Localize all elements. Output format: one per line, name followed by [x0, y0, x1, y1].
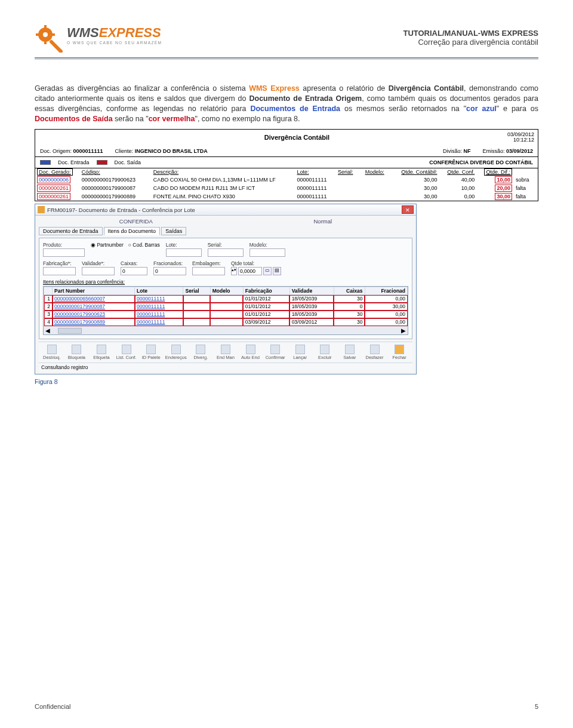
close-icon[interactable]: ✕ — [402, 205, 414, 214]
svg-point-1 — [43, 32, 48, 37]
grid-col-header[interactable]: Lote — [135, 287, 183, 295]
radio-codbarras[interactable]: ○ Cod. Barras — [128, 242, 160, 248]
grid-col-header[interactable]: Part Number — [53, 287, 135, 295]
diverg.-icon — [196, 345, 205, 354]
toolbtn-fechar[interactable]: Fechar — [387, 345, 411, 360]
logo-wms-text: WMS — [67, 25, 99, 41]
toolbtn-lançar[interactable]: Lançar — [288, 345, 312, 360]
toolbtn-diverg-[interactable]: Diverg. — [189, 345, 213, 360]
desfazer-icon — [370, 345, 380, 354]
list. conf.-icon — [122, 345, 131, 354]
report-emissao: 03/09/2012 — [506, 148, 533, 154]
toolbtn-etiqueta[interactable]: Etiqueta — [90, 345, 113, 360]
report-table: Doc. Gerado: Código: Descrição: Lote: Se… — [35, 168, 538, 201]
header-subtitle: Correção para divergência contábil — [403, 38, 538, 47]
grid-row[interactable]: 4000000000179900889000001111103/09/20120… — [44, 318, 408, 326]
toolbar: Desbloq.BloqueiaEtiquetaList. Conf.ID Pa… — [39, 342, 412, 363]
grid-col-header[interactable] — [44, 287, 53, 295]
grid-col-header[interactable]: Serial — [183, 287, 210, 295]
grid-row[interactable]: 3000000000179900623000001111101/01/20121… — [44, 311, 408, 318]
btn-a-icon[interactable]: ▭ — [263, 267, 272, 275]
excluir-icon — [320, 345, 329, 354]
svg-rect-2 — [44, 25, 47, 29]
end man-icon — [221, 345, 230, 354]
toolbtn-salvar[interactable]: Salvar — [338, 345, 362, 360]
report-divisao: NF — [463, 148, 470, 154]
toolbtn-desfazer[interactable]: Desfazer — [363, 345, 387, 360]
fabricacao-input[interactable] — [43, 267, 76, 275]
grid-col-header[interactable]: Fabricação — [243, 287, 289, 295]
tab-pane-itens: Produto: ◉ Partnumber ○ Cod. Barras Lote… — [39, 238, 412, 339]
grid-col-header[interactable]: Validade — [289, 287, 334, 295]
inline-doc-entrada: Documentos de Entrada — [250, 105, 340, 113]
report-title: Divergência Contábil — [87, 134, 507, 141]
header-title: TUTORIAL/MANUAL-WMS EXPRESS — [403, 29, 538, 38]
salvar-icon — [345, 345, 355, 354]
logo-express-text: EXPRESS — [99, 25, 161, 41]
page-header: WMS EXPRESS O WMS QUE CABE NO SEU ARMAZÉ… — [35, 24, 538, 53]
toolbtn-bloqueia[interactable]: Bloqueia — [65, 345, 89, 360]
status-normal: Normal — [314, 218, 332, 225]
produto-input[interactable] — [43, 248, 85, 257]
toolbtn-endereços[interactable]: Endereços — [164, 345, 188, 360]
scroll-left-icon[interactable]: ◀ — [44, 327, 52, 334]
report-row: 0000000006000000000179900623CABO COXIAL … — [35, 176, 538, 184]
header-divider-2 — [35, 59, 538, 60]
grid-row[interactable]: 1000000000065660007000001111101/01/20121… — [44, 295, 408, 303]
toolbtn-auto-end[interactable]: Auto End — [239, 345, 263, 360]
grid-col-header[interactable]: Fracionad — [365, 287, 407, 295]
lote-input[interactable] — [166, 248, 202, 257]
gear-icon — [35, 24, 63, 53]
id palete-icon — [146, 345, 156, 354]
serial-input[interactable] — [208, 248, 244, 257]
toolbtn-list-conf-[interactable]: List. Conf. — [115, 345, 138, 360]
report-row: 0000000261000000000179900889FONTE ALIM. … — [35, 192, 538, 201]
desbloq.-icon — [47, 345, 57, 354]
tab-saídas[interactable]: Saídas — [161, 227, 186, 235]
validade-input[interactable] — [82, 267, 115, 275]
inline-doc-saida: Documentos de Saída — [35, 115, 113, 123]
modelo-input[interactable] — [249, 248, 285, 257]
header-divider-1 — [35, 57, 538, 59]
grid-col-header[interactable]: Caixas — [334, 287, 365, 295]
qtde-total-input[interactable] — [238, 267, 262, 275]
logo-tagline: O WMS QUE CABE NO SEU ARMAZÉM — [67, 41, 162, 45]
inline-wms-express: WMS Express — [249, 84, 300, 93]
window-titlebar[interactable]: FRM00197- Documento de Entrada - Conferê… — [35, 204, 416, 216]
status-conferida: CONFERIDA — [119, 218, 153, 225]
lançar-icon — [295, 345, 305, 354]
tab-documento-de-entrada[interactable]: Documento de Entrada — [39, 227, 103, 235]
statusbar: Consultando registro — [39, 363, 412, 371]
embalagem-input[interactable] — [192, 267, 225, 275]
confirmar-icon — [270, 345, 280, 354]
grid-col-header[interactable]: Modelo — [210, 287, 243, 295]
toolbtn-desbloq-[interactable]: Desbloq. — [40, 345, 64, 360]
grid-row[interactable]: 2000000000179900087000001111101/01/20121… — [44, 303, 408, 311]
fracionados-input[interactable] — [153, 267, 186, 275]
tab-itens-do-documento[interactable]: Itens do Documento — [104, 227, 161, 235]
itens-grid[interactable]: Part NumberLoteSerialModeloFabricaçãoVal… — [43, 286, 408, 335]
scroll-right-icon[interactable]: ▶ — [399, 327, 408, 334]
toolbtn-end-man[interactable]: End Man — [214, 345, 238, 360]
stepper-icon[interactable]: ▴▾ — [231, 267, 237, 275]
divergencia-report: Divergência Contábil 03/09/2012 10:12:12… — [35, 129, 538, 202]
svg-rect-3 — [44, 41, 47, 44]
toolbtn-excluir[interactable]: Excluir — [313, 345, 337, 360]
caixas-input[interactable] — [121, 267, 147, 275]
toolbtn-confirmar[interactable]: Confirmar — [263, 345, 287, 360]
page-footer: Confidencial 5 — [35, 703, 538, 710]
window-title: FRM00197- Documento de Entrada - Conferê… — [47, 207, 402, 213]
endereços-icon — [171, 345, 181, 354]
body-paragraph: Geradas as divergências ao finalizar a c… — [35, 84, 538, 124]
logo: WMS EXPRESS O WMS QUE CABE NO SEU ARMAZÉ… — [35, 24, 162, 53]
toolbtn-id-palete[interactable]: ID Palete — [139, 345, 163, 360]
btn-b-icon[interactable]: ▤ — [273, 267, 281, 275]
fechar-icon — [395, 345, 404, 354]
report-doc-origem: 0000011111 — [73, 148, 103, 154]
radio-partnumber[interactable]: ◉ Partnumber — [91, 242, 124, 248]
figure-caption: Figura 8 — [35, 378, 538, 385]
tabs: Documento de EntradaItens do DocumentoSa… — [39, 227, 412, 235]
report-cliente: INGENICO DO BRASIL LTDA — [135, 148, 208, 154]
bloqueia-icon — [72, 345, 81, 354]
grid-scrollbar[interactable]: ◀▶ — [44, 326, 408, 334]
